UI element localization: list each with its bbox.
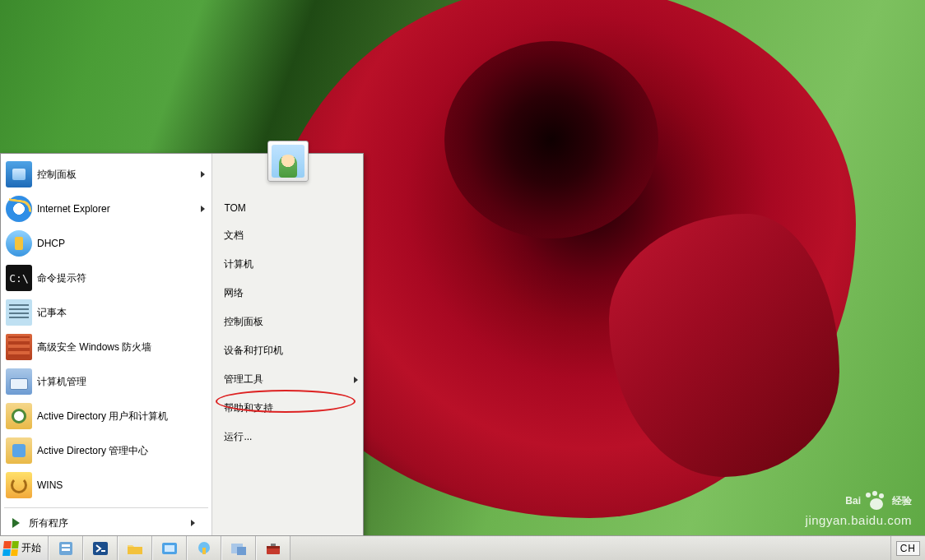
program-notepad[interactable]: 记事本 (2, 295, 210, 330)
taskbar-dhcp[interactable] (187, 536, 221, 560)
programs-list: 控制面板 Internet Explorer DHCP 命令提示符 (1, 154, 211, 502)
right-item-label: 帮助和支持 (224, 402, 273, 414)
paw-icon (866, 490, 887, 511)
taskbar-ad-tools[interactable] (221, 536, 256, 560)
windows-flag-icon (2, 541, 19, 556)
program-ad-admin-center[interactable]: Active Directory 管理中心 (2, 433, 210, 468)
right-item-documents[interactable]: 文档 (212, 221, 363, 250)
taskbar-powershell[interactable] (83, 536, 118, 560)
right-item-label: 控制面板 (224, 316, 263, 327)
right-item-label: 网络 (224, 287, 244, 299)
all-programs-label: 所有程序 (29, 516, 68, 530)
svg-rect-13 (271, 544, 276, 546)
program-internet-explorer[interactable]: Internet Explorer (2, 192, 210, 226)
right-panel-list: TOM 文档 计算机 网络 控制面板 设备和打印机 管理工具 (212, 195, 363, 451)
watermark: Bai 经验 jingyan.baidu.com (806, 490, 912, 527)
notepad-icon (6, 299, 32, 326)
right-item-run[interactable]: 运行... (212, 423, 363, 451)
program-label: WINS (37, 479, 63, 491)
taskbar-control-panel[interactable] (152, 536, 187, 560)
toolbox-icon (263, 539, 283, 558)
server-manager-icon (56, 539, 76, 558)
program-cmd[interactable]: 命令提示符 (2, 261, 210, 295)
taskbar: 开始 CH (0, 535, 925, 560)
program-label: 命令提示符 (37, 272, 86, 284)
right-item-computer[interactable]: 计算机 (212, 250, 363, 279)
ad-tools-icon (229, 539, 249, 558)
dhcp-icon (6, 230, 32, 257)
program-label: 计算机管理 (37, 376, 86, 387)
firewall-icon (6, 334, 32, 360)
system-tray: CH (890, 536, 925, 560)
language-indicator[interactable]: CH (896, 541, 920, 556)
program-label: 高级安全 Windows 防火墙 (37, 341, 151, 353)
chevron-right-icon (201, 171, 205, 178)
svg-rect-12 (267, 546, 280, 548)
start-label: 开始 (21, 541, 41, 555)
chevron-right-icon (201, 206, 205, 212)
right-item-devices-printers[interactable]: 设备和打印机 (212, 336, 363, 365)
svg-rect-10 (237, 547, 246, 555)
start-button[interactable]: 开始 (0, 536, 49, 560)
right-item-label: 运行... (224, 431, 252, 442)
watermark-url: jingyan.baidu.com (806, 513, 912, 527)
program-label: 控制面板 (37, 169, 77, 180)
program-label: Active Directory 用户和计算机 (37, 410, 168, 422)
program-wins[interactable]: WINS (2, 468, 210, 502)
right-item-label: 设备和打印机 (224, 345, 283, 356)
arrow-right-icon (7, 515, 24, 531)
cmd-icon (6, 265, 32, 291)
right-item-help[interactable]: 帮助和支持 (212, 394, 363, 423)
desktop: 控制面板 Internet Explorer DHCP 命令提示符 (0, 0, 925, 560)
watermark-brand-text: Bai (845, 495, 861, 507)
start-menu: 控制面板 Internet Explorer DHCP 命令提示符 (0, 153, 364, 536)
right-item-username[interactable]: TOM (212, 195, 363, 221)
taskbar-toolbox[interactable] (256, 536, 291, 560)
program-label: DHCP (37, 238, 65, 249)
start-menu-right: TOM 文档 计算机 网络 控制面板 设备和打印机 管理工具 (212, 154, 363, 536)
right-item-label: 管理工具 (224, 373, 263, 385)
program-label: Active Directory 管理中心 (37, 445, 148, 456)
all-programs[interactable]: 所有程序 (4, 507, 208, 538)
control-panel-icon (160, 539, 179, 558)
svg-rect-1 (62, 544, 70, 547)
right-item-control-panel[interactable]: 控制面板 (212, 308, 363, 336)
right-item-label: 计算机 (224, 258, 253, 270)
watermark-brand: Bai 经验 (806, 490, 912, 511)
program-computer-management[interactable]: 计算机管理 (2, 364, 210, 399)
chevron-right-icon (354, 377, 358, 383)
program-control-panel[interactable]: 控制面板 (2, 157, 210, 192)
user-name-label: TOM (224, 202, 245, 214)
svg-rect-2 (62, 548, 70, 551)
control-panel-icon (6, 161, 32, 187)
taskbar-pinned (49, 536, 291, 560)
watermark-brand-suffix: 经验 (892, 494, 912, 508)
right-item-label: 文档 (224, 229, 244, 241)
powershell-icon (91, 539, 110, 558)
start-menu-left: 控制面板 Internet Explorer DHCP 命令提示符 (1, 154, 212, 536)
computer-mgmt-icon (6, 368, 32, 395)
program-ad-users-computers[interactable]: Active Directory 用户和计算机 (2, 399, 210, 433)
folder-icon (125, 539, 145, 558)
program-dhcp[interactable]: DHCP (2, 226, 210, 261)
program-label: 记事本 (37, 307, 67, 318)
program-label: Internet Explorer (37, 203, 110, 215)
wins-icon (6, 472, 32, 498)
user-avatar-icon (272, 145, 304, 178)
adac-icon (6, 437, 32, 464)
svg-rect-6 (165, 545, 174, 552)
right-item-network[interactable]: 网络 (212, 279, 363, 308)
taskbar-explorer[interactable] (118, 536, 152, 560)
chevron-right-icon (191, 520, 195, 526)
aduc-icon (6, 403, 32, 429)
svg-rect-8 (202, 548, 206, 554)
taskbar-server-manager[interactable] (49, 536, 83, 560)
program-firewall[interactable]: 高级安全 Windows 防火墙 (2, 330, 210, 364)
user-avatar-frame[interactable] (267, 141, 309, 182)
svg-rect-4 (128, 547, 142, 554)
right-item-admin-tools[interactable]: 管理工具 (212, 365, 363, 394)
dhcp-icon (194, 539, 214, 558)
ie-icon (6, 196, 32, 222)
